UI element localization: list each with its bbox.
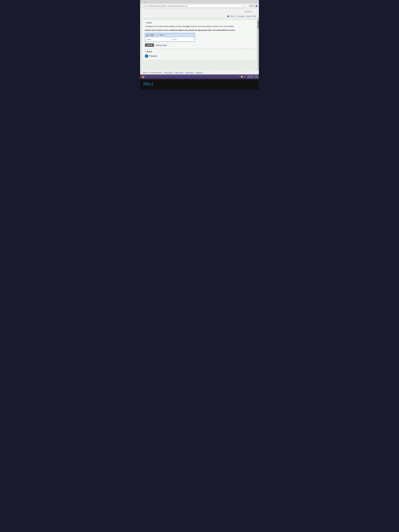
pearson-label: Pearson (149, 55, 157, 57)
constants-link[interactable]: Constants (237, 15, 244, 17)
part-c-section: ▼ Part C A package of chocolate instant … (143, 20, 256, 48)
page-info: 13 of 15 (245, 11, 251, 13)
format-btn-2[interactable]: μÅ (150, 34, 154, 37)
sep1: | (236, 15, 236, 17)
footer-sep-5: | (203, 72, 204, 73)
tab-close[interactable]: × (141, 1, 143, 3)
request-answer-link[interactable]: Request Answer (156, 44, 167, 46)
value-input[interactable] (145, 37, 171, 42)
answer-box: □■ μÅ ↩ ↪ ↻ ⌨ ? ↖ (145, 33, 195, 42)
notification-icon: □ (256, 76, 257, 78)
browser-menu-icon[interactable]: ☰ (253, 5, 254, 7)
dell-area: DELL (140, 79, 259, 90)
chevron-up-icon[interactable]: ^ (239, 76, 240, 78)
firefox-icon[interactable]: 🦊 (142, 75, 145, 78)
help-icon[interactable]: ? (163, 34, 164, 36)
taskbar-start[interactable]: 🦊 (141, 75, 145, 79)
reader-mode-icon[interactable]: ⊘ (244, 5, 245, 7)
review-icon (227, 16, 229, 17)
review-link[interactable]: Review (230, 15, 235, 17)
question-text: A package of chocolate instant pudding c… (145, 25, 254, 28)
taskbar-right: ⌂ ^ 📶 🔊 10:09 PM 8/26/2020 □ (237, 75, 258, 78)
clock-time: 10:09 PM (247, 75, 253, 77)
part-d-triangle: ▼ (145, 51, 146, 52)
notification-button[interactable]: □ (255, 75, 258, 78)
periodic-table-link[interactable]: Periodic Table (246, 15, 256, 17)
refresh-icon[interactable]: ↻ (158, 34, 159, 36)
wifi-icon[interactable]: 📶 (241, 76, 243, 78)
answer-toolbar: □■ μÅ ↩ ↪ ↻ ⌨ ? ↖ (145, 33, 195, 37)
part-d-header[interactable]: ▼ Part D (145, 51, 254, 53)
action-row: Submit Request Answer (145, 43, 254, 47)
undo-icon[interactable]: ↩ (154, 34, 156, 36)
address-bar[interactable]: rseld=16192508&OpenVellumHMAC=7bd38a520f… (141, 4, 249, 7)
address-text: rseld=16192508&OpenVellumHMAC=7bd38a520f… (143, 5, 240, 7)
taskbar-tray: ⌂ ^ 📶 🔊 (237, 76, 246, 78)
privacy-policy-link[interactable]: Privacy Policy (174, 72, 184, 73)
taskbar-clock: 10:09 PM 8/26/2020 (247, 75, 253, 78)
url-dots: ••• (241, 5, 243, 7)
bookmark-icon[interactable]: ☆ (246, 5, 247, 7)
tab-icon: ⊞ (250, 5, 252, 7)
part-d-label: Part D (147, 51, 152, 53)
taskbar: 🦊 ⌂ ^ 📶 🔊 10:09 PM 8/26/2020 □ (140, 74, 259, 79)
part-d-section: ▼ Part D P Pearson (143, 50, 256, 60)
units-input[interactable] (171, 37, 195, 42)
sep2: | (245, 15, 246, 17)
dell-logo: DELL (143, 82, 256, 86)
resources-toolbar: Review | Constants | Periodic Table (140, 15, 259, 18)
part-c-header[interactable]: ▼ Part C (145, 22, 254, 24)
network-icon[interactable]: ⌂ (237, 76, 238, 78)
cursor-icon: ↖ (165, 34, 166, 36)
pearson-logo-row: P Pearson (145, 54, 254, 58)
terms-of-use-link[interactable]: Terms of Use (164, 72, 173, 73)
footer-sep-4: | (194, 72, 195, 73)
part-c-label: Part C (147, 22, 152, 24)
pagination-bar: < 13 of 15 > (140, 8, 259, 15)
contact-us-link[interactable]: Contact Us (195, 72, 203, 73)
page-footer: ucation Inc. All rights reserved. | Term… (140, 71, 259, 74)
footer-copyright: ucation Inc. All rights reserved. (142, 72, 162, 73)
volume-icon[interactable]: 🔊 (244, 76, 246, 78)
part-c-triangle: ▼ (145, 22, 146, 24)
permissions-link[interactable]: Permissions (185, 72, 193, 73)
prev-page-button[interactable]: < (240, 10, 244, 13)
tab-plus[interactable]: + (144, 1, 146, 3)
format-btn-1[interactable]: □■ (146, 34, 149, 37)
next-page-button[interactable]: > (253, 10, 256, 13)
answer-fields (145, 37, 195, 42)
main-content-area: ▼ Part C A package of chocolate instant … (140, 18, 259, 71)
pearson-logo-circle: P (145, 54, 148, 58)
redo-icon[interactable]: ↪ (156, 34, 158, 36)
browser-user-icon[interactable]: 👤 (255, 5, 258, 7)
instruction-text: Express your answer to three significant… (145, 29, 254, 32)
unit-mg: mg (186, 25, 189, 27)
footer-sep-1: | (163, 72, 163, 73)
scrollbar[interactable] (257, 18, 259, 71)
submit-button[interactable]: Submit (145, 43, 154, 47)
clock-date: 8/26/2020 (247, 77, 253, 78)
scroll-thumb[interactable] (258, 21, 259, 29)
keyboard-icon[interactable]: ⌨ (160, 34, 162, 36)
footer-sep-2: | (173, 72, 174, 73)
footer-sep-3: | (184, 72, 185, 73)
